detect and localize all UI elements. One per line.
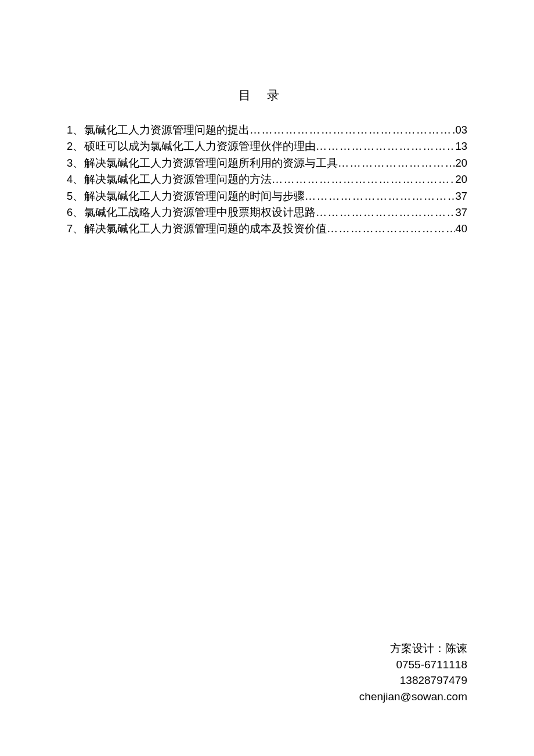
toc-entry-separator: 、 [73,189,84,204]
toc-entry-number: 6 [67,204,73,220]
toc-entry-number: 7 [67,221,73,236]
toc-entry-page: 13 [455,138,467,154]
toc-entry-number: 4 [67,171,73,187]
toc-entry-title: 解决氯碱化工人力资源管理问题所利用的资源与工具 [84,156,338,171]
toc-entry-page: 20 [455,171,467,187]
toc-entry-title: 氯碱化工战略人力资源管理中股票期权设计思路 [84,205,316,221]
toc-entry-separator: 、 [73,156,84,171]
toc-entry-leader [250,123,455,138]
toc-entry-leader [316,139,455,154]
toc-entry-number: 3 [67,155,73,171]
toc-entry-page: 37 [455,204,467,220]
toc-entry: 4、解决氯碱化工人力资源管理问题的方法20 [67,171,467,188]
toc-entry-number: 2 [67,138,73,154]
toc-entry: 3、解决氯碱化工人力资源管理问题所利用的资源与工具20 [67,155,467,171]
email: chenjian@sowan.com [359,689,467,705]
toc-entry-separator: 、 [73,139,84,154]
toc-entry-title: 解决氯碱化工人力资源管理问题的时间与步骤 [84,189,305,204]
toc-entry-title: 硕旺可以成为氯碱化工人力资源管理伙伴的理由 [84,139,316,154]
toc-entry-title: 解决氯碱化工人力资源管理问题的成本及投资价值 [84,221,327,237]
toc-entry: 2、硕旺可以成为氯碱化工人力资源管理伙伴的理由13 [67,138,467,154]
phone-1: 0755-6711118 [359,657,467,673]
document-page: 目录 1、氯碱化工人力资源管理问题的提出032、硕旺可以成为氯碱化工人力资源管理… [0,0,534,237]
toc-entry-title: 氯碱化工人力资源管理问题的提出 [84,123,250,138]
phone-2: 13828797479 [359,672,467,689]
designer-label: 方案设计： [390,642,445,654]
toc-entry-title: 解决氯碱化工人力资源管理问题的方法 [84,172,272,188]
toc-entry: 6、氯碱化工战略人力资源管理中股票期权设计思路37 [67,204,467,221]
toc-entry-page: 20 [455,155,467,171]
toc-entry-page: 37 [455,188,467,204]
toc-entry-leader [316,205,455,221]
toc-entry-separator: 、 [73,205,84,221]
toc-list致5: 1、氯碱化工人力资源管理问题的提出032、硕旺可以成为氯碱化工人力资源管理伙伴的… [67,122,467,237]
designer-name: 陈谏 [445,642,467,654]
toc-entry-number: 1 [67,122,73,138]
toc-entry-page: 03 [455,122,467,138]
toc-entry: 1、氯碱化工人力资源管理问题的提出03 [67,122,467,138]
toc-entry-leader [272,172,455,188]
footer-block: 方案设计：陈谏 0755-6711118 13828797479 chenjia… [359,640,467,704]
toc-entry-leader [327,221,455,237]
designer-line: 方案设计：陈谏 [359,640,467,657]
toc-entry-separator: 、 [73,123,84,138]
toc-entry-leader [305,189,455,204]
toc-entry-separator: 、 [73,172,84,188]
toc-entry: 7、解决氯碱化工人力资源管理问题的成本及投资价值40 [67,221,467,237]
toc-entry-page: 40 [455,221,467,236]
toc-entry-separator: 、 [73,221,84,237]
toc-entry-leader [338,156,455,171]
toc-entry: 5、解决氯碱化工人力资源管理问题的时间与步骤37 [67,188,467,204]
toc-heading: 目录 [67,87,467,103]
toc-entry-number: 5 [67,188,73,204]
